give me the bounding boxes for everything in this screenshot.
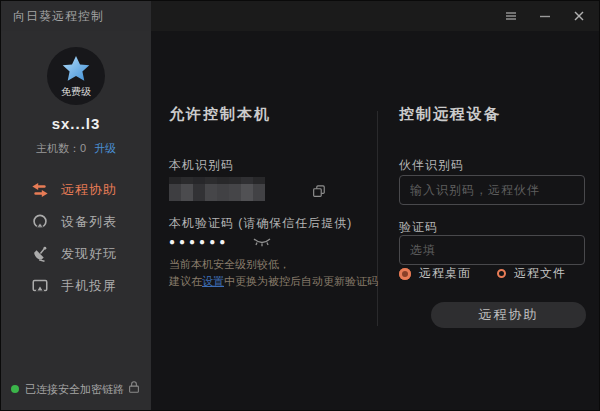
- local-verify-code-label: 本机验证码 (请确保信任后提供): [169, 215, 352, 232]
- remote-verify-code-label: 验证码: [399, 219, 438, 236]
- device-list-icon: [31, 213, 49, 231]
- remote-assist-icon: [31, 181, 49, 199]
- titlebar-left: 向日葵远程控制: [1, 1, 151, 31]
- sidebar-item-label: 设备列表: [61, 213, 117, 231]
- column-divider: [377, 111, 378, 326]
- window-title: 向日葵远程控制: [13, 8, 104, 25]
- menu-icon[interactable]: [499, 4, 523, 28]
- username: sx...l3: [1, 115, 151, 132]
- app-window: 向日葵远程控制 免费级 sx...l3 主机数: [0, 0, 600, 411]
- host-count-label: 主机数：: [36, 142, 80, 154]
- masked-verify-code: ●●●●●●: [169, 236, 229, 247]
- host-count-value: 0: [80, 142, 86, 154]
- host-count-row: 主机数：0 升级: [1, 141, 151, 156]
- sidebar-menu: 远程协助 设备列表: [1, 174, 151, 302]
- settings-link[interactable]: 设置: [202, 275, 224, 287]
- remote-assist-button[interactable]: 远程协助: [431, 302, 586, 328]
- warning-suffix: 中更换为被控后自动更新验证码: [224, 275, 378, 287]
- eye-closed-icon[interactable]: [251, 235, 273, 251]
- sidebar-item-device-list[interactable]: 设备列表: [1, 206, 151, 238]
- sidebar-item-screen-cast[interactable]: 手机投屏: [1, 270, 151, 302]
- radio-remote-desktop-circle: [399, 268, 411, 280]
- device-id-label: 本机识别码: [169, 157, 234, 174]
- radio-remote-desktop[interactable]: 远程桌面: [399, 265, 471, 282]
- upgrade-link[interactable]: 升级: [94, 142, 116, 154]
- lock-icon: [127, 380, 141, 398]
- main-area: 允许控制本机 本机识别码 本机验证码 (请确保信任后提供) ●●●●●● 当前本…: [151, 31, 599, 410]
- local-panel-title: 允许控制本机: [169, 105, 271, 124]
- sidebar-item-label: 远程协助: [61, 181, 117, 199]
- partner-id-label: 伙伴识别码: [399, 157, 464, 174]
- screen-cast-icon: [31, 277, 49, 295]
- status-text: 已连接安全加密链路: [25, 382, 124, 397]
- sidebar: 免费级 sx...l3 主机数：0 升级 远程协助: [1, 31, 151, 410]
- remote-panel-title: 控制远程设备: [399, 105, 501, 124]
- sidebar-item-label: 手机投屏: [61, 277, 117, 295]
- warning-prefix: 建议在: [169, 275, 202, 287]
- copy-icon[interactable]: [309, 181, 329, 201]
- sidebar-item-remote-assist[interactable]: 远程协助: [1, 174, 151, 206]
- sidebar-item-label: 发现好玩: [61, 245, 117, 263]
- radio-remote-desktop-label: 远程桌面: [419, 265, 471, 282]
- connection-mode-radios: 远程桌面 远程文件: [399, 265, 566, 282]
- radio-remote-file[interactable]: 远程文件: [497, 265, 566, 282]
- sidebar-item-discover[interactable]: 发现好玩: [1, 238, 151, 270]
- titlebar: 向日葵远程控制: [1, 1, 600, 31]
- status-dot: [11, 385, 19, 393]
- tier-badge: 免费级: [47, 85, 105, 99]
- star-icon: [60, 54, 92, 86]
- discover-icon: [31, 245, 49, 263]
- titlebar-controls: [151, 1, 600, 31]
- minimize-icon[interactable]: [533, 4, 557, 28]
- close-icon[interactable]: [567, 4, 591, 28]
- masked-device-id: [169, 177, 265, 201]
- radio-remote-file-label: 远程文件: [514, 265, 566, 282]
- connection-status: 已连接安全加密链路: [11, 380, 141, 398]
- partner-id-input[interactable]: [399, 175, 585, 205]
- security-warning-line2: 建议在设置中更换为被控后自动更新验证码: [169, 273, 378, 290]
- security-warning: 当前本机安全级别较低， 建议在设置中更换为被控后自动更新验证码: [169, 256, 378, 290]
- avatar[interactable]: 免费级: [47, 47, 105, 105]
- remote-verify-code-input[interactable]: [399, 235, 585, 265]
- security-warning-line1: 当前本机安全级别较低，: [169, 256, 378, 273]
- radio-remote-file-circle: [497, 269, 506, 278]
